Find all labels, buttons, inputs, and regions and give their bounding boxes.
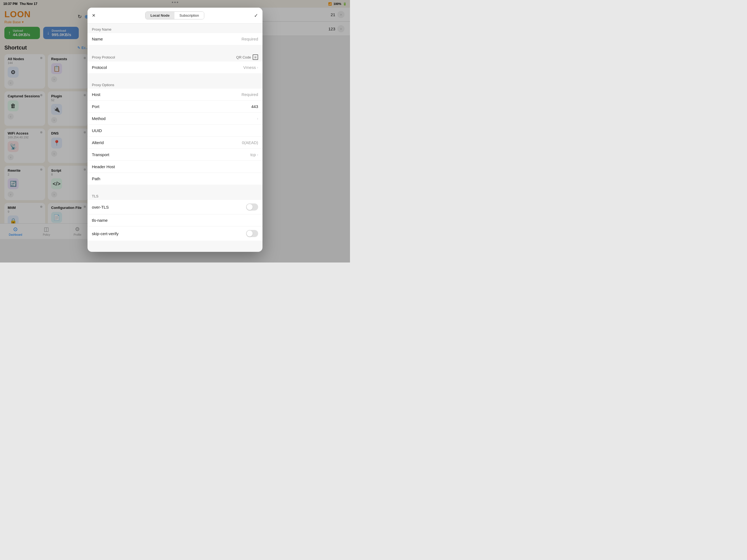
- spacer: [87, 185, 262, 190]
- spacer: [87, 45, 262, 51]
- host-label: Host: [92, 92, 100, 97]
- tab-local-node[interactable]: Local Node: [146, 12, 175, 19]
- chevron-right-icon: ›: [257, 117, 258, 121]
- name-value: Required: [241, 36, 258, 41]
- bottom-spacer: [87, 241, 262, 252]
- alterid-label: AlterId: [92, 140, 104, 145]
- protocol-field-row[interactable]: Protocol Vmess ›: [87, 61, 262, 73]
- skip-cert-verify-toggle[interactable]: [246, 230, 258, 237]
- tls-section-header: TLS: [87, 190, 262, 200]
- name-field-row[interactable]: Name Required: [87, 33, 262, 45]
- port-field-row[interactable]: Port 443: [87, 101, 262, 113]
- proxy-name-group: Name Required: [87, 33, 262, 45]
- host-value: Required: [241, 92, 258, 97]
- proxy-options-section-header: Proxy Options: [87, 79, 262, 88]
- tls-group: over-TLS tls-name skip-cert-verify: [87, 200, 262, 240]
- header-host-field-row[interactable]: Header Host: [87, 161, 262, 173]
- confirm-button[interactable]: ✓: [254, 12, 258, 19]
- method-label: Method: [92, 116, 106, 121]
- proxy-edit-modal: ✕ Local Node Subscription ✓ Proxy Name N…: [87, 8, 262, 252]
- qr-code-label: QR Code: [236, 55, 251, 59]
- method-value: ›: [257, 117, 258, 121]
- proxy-protocol-group: Protocol Vmess ›: [87, 61, 262, 73]
- chevron-right-icon: ›: [257, 65, 258, 70]
- protocol-label: Protocol: [92, 65, 107, 70]
- modal-header: ✕ Local Node Subscription ✓: [87, 8, 262, 24]
- modal-tabs: Local Node Subscription: [145, 11, 204, 19]
- skip-cert-verify-label: skip-cert-verify: [92, 231, 119, 236]
- proxy-name-section-header: Proxy Name: [87, 24, 262, 33]
- qr-code-button[interactable]: QR Code ⊞: [236, 54, 258, 60]
- transport-label: Transport: [92, 152, 109, 157]
- tls-name-field-row[interactable]: tls-name: [87, 214, 262, 226]
- alterid-value: 0(AEAD): [242, 140, 258, 145]
- protocol-value: Vmess ›: [243, 65, 258, 70]
- tab-subscription[interactable]: Subscription: [175, 12, 204, 19]
- uuid-field-row[interactable]: UUID: [87, 125, 262, 137]
- port-label: Port: [92, 104, 100, 109]
- over-tls-toggle[interactable]: [246, 203, 258, 210]
- header-host-label: Header Host: [92, 164, 115, 169]
- port-value: 443: [251, 104, 258, 109]
- path-field-row[interactable]: Path: [87, 173, 262, 184]
- over-tls-field-row[interactable]: over-TLS: [87, 200, 262, 214]
- skip-cert-verify-field-row[interactable]: skip-cert-verify: [87, 226, 262, 240]
- uuid-label: UUID: [92, 128, 102, 133]
- alterid-field-row[interactable]: AlterId 0(AEAD): [87, 137, 262, 149]
- spacer: [87, 74, 262, 79]
- transport-value: tcp ›: [251, 152, 258, 157]
- proxy-protocol-section-header: Proxy Protocol QR Code ⊞: [87, 51, 262, 61]
- over-tls-label: over-TLS: [92, 205, 109, 209]
- transport-field-row[interactable]: Transport tcp ›: [87, 149, 262, 161]
- name-label: Name: [92, 36, 103, 41]
- method-field-row[interactable]: Method ›: [87, 113, 262, 125]
- path-label: Path: [92, 176, 100, 181]
- tls-name-label: tls-name: [92, 218, 108, 223]
- qr-icon: ⊞: [253, 54, 258, 60]
- close-button[interactable]: ✕: [92, 14, 96, 18]
- chevron-right-icon: ›: [257, 153, 258, 157]
- host-field-row[interactable]: Host Required: [87, 88, 262, 101]
- modal-body: Proxy Name Name Required Proxy Protocol …: [87, 24, 262, 252]
- proxy-options-group: Host Required Port 443 Method › UUID Alt…: [87, 88, 262, 184]
